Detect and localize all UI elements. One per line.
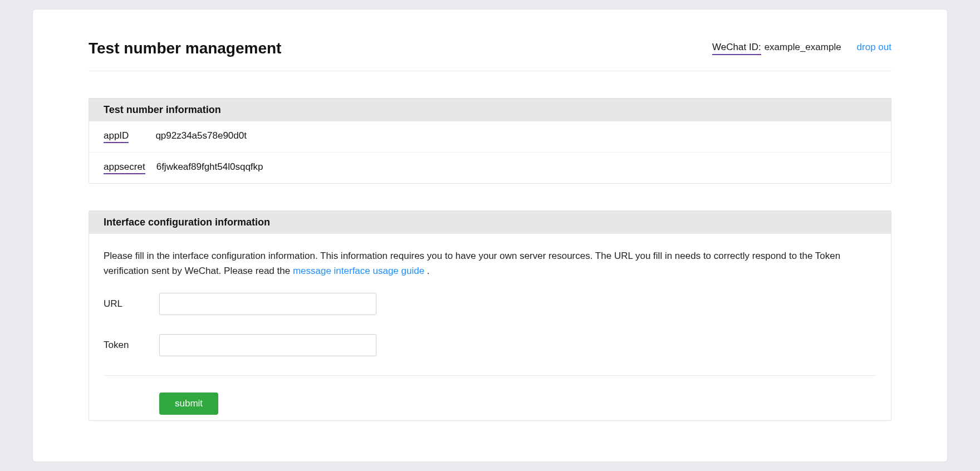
section-header-info: Test number information bbox=[89, 99, 891, 121]
section-interface-config: Interface configuration information Plea… bbox=[89, 210, 891, 421]
info-label-appsecret: appsecret bbox=[104, 161, 145, 174]
url-input[interactable] bbox=[159, 293, 376, 315]
submit-row: submit bbox=[104, 392, 876, 415]
form-row-url: URL bbox=[104, 293, 876, 315]
url-label: URL bbox=[104, 298, 159, 310]
wechat-id-value: example_example bbox=[765, 42, 841, 53]
section-body-info: appID qp92z34a5s78e90d0t appsecret 6fjwk… bbox=[89, 121, 891, 183]
info-row-appid: appID qp92z34a5s78e90d0t bbox=[89, 121, 891, 153]
token-input[interactable] bbox=[159, 334, 376, 356]
form-divider bbox=[104, 375, 876, 376]
info-value-appid: qp92z34a5s78e90d0t bbox=[155, 130, 247, 141]
main-panel: Test number management WeChat ID: exampl… bbox=[32, 9, 948, 462]
config-desc-text1: Please fill in the interface configurati… bbox=[104, 251, 840, 276]
header-right: WeChat ID: example_example drop out bbox=[712, 42, 891, 55]
section-title-info: Test number information bbox=[104, 104, 876, 116]
token-label: Token bbox=[104, 340, 159, 351]
page-header: Test number management WeChat ID: exampl… bbox=[33, 9, 947, 71]
section-test-number-info: Test number information appID qp92z34a5s… bbox=[89, 98, 891, 184]
section-title-config: Interface configuration information bbox=[104, 217, 876, 228]
section-body-config: Please fill in the interface configurati… bbox=[89, 234, 891, 420]
dropout-link[interactable]: drop out bbox=[857, 42, 891, 53]
info-label-appid: appID bbox=[104, 130, 129, 143]
section-header-config: Interface configuration information bbox=[89, 211, 891, 234]
config-desc-text2: . bbox=[424, 266, 429, 276]
info-value-appsecret: 6fjwkeaf89fght54l0sqqfkp bbox=[156, 161, 263, 173]
form-row-token: Token bbox=[104, 334, 876, 356]
header-divider bbox=[89, 71, 891, 71]
wechat-id-group: WeChat ID: example_example bbox=[712, 42, 841, 55]
config-description: Please fill in the interface configurati… bbox=[104, 248, 876, 278]
submit-button[interactable]: submit bbox=[159, 392, 218, 415]
usage-guide-link[interactable]: message interface usage guide bbox=[293, 266, 424, 276]
wechat-id-label: WeChat ID: bbox=[712, 42, 761, 55]
info-row-appsecret: appsecret 6fjwkeaf89fght54l0sqqfkp bbox=[89, 153, 891, 183]
page-title: Test number management bbox=[89, 40, 281, 57]
